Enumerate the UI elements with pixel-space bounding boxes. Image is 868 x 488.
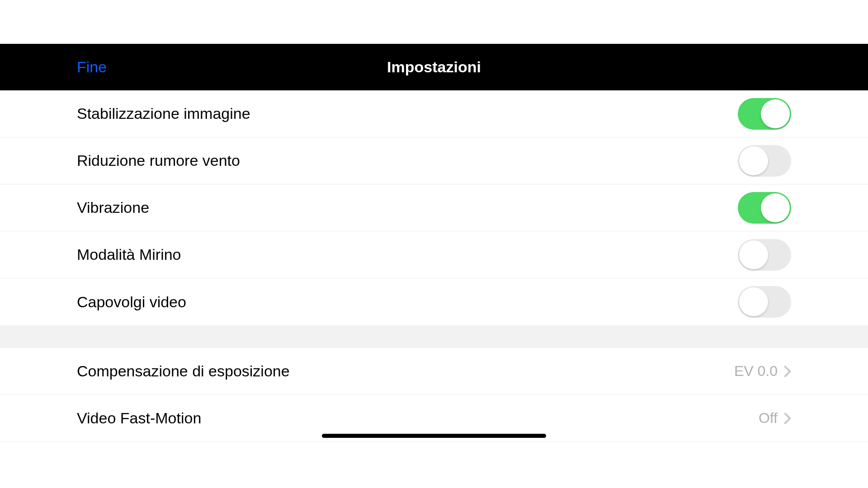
setting-label: Video Fast-Motion (77, 409, 201, 427)
value-settings-group: Compensazione di esposizione EV 0.0 Vide… (0, 348, 868, 442)
setting-label: Capovolgi video (77, 293, 186, 311)
toggle-flip-video[interactable] (738, 286, 791, 318)
setting-vibration: Vibrazione (0, 184, 868, 231)
setting-value-container: Off (759, 410, 791, 427)
toggle-wind-noise-reduction[interactable] (738, 145, 791, 177)
toggle-viewfinder-mode[interactable] (738, 239, 791, 271)
toggle-knob (739, 287, 768, 316)
toggle-knob (761, 193, 790, 222)
section-divider (0, 325, 868, 348)
home-indicator[interactable] (322, 434, 546, 438)
setting-label: Modalità Mirino (77, 246, 181, 263)
setting-flip-video: Capovolgi video (0, 278, 868, 325)
toggle-image-stabilization[interactable] (738, 98, 791, 130)
setting-image-stabilization: Stabilizzazione immagine (0, 90, 868, 137)
toggle-vibration[interactable] (738, 192, 791, 224)
setting-label: Stabilizzazione immagine (77, 105, 250, 122)
header-bar: Fine Impostazioni (0, 44, 868, 90)
chevron-right-icon (784, 412, 791, 425)
done-button[interactable]: Fine (77, 58, 107, 76)
setting-wind-noise-reduction: Riduzione rumore vento (0, 137, 868, 184)
setting-exposure-compensation[interactable]: Compensazione di esposizione EV 0.0 (0, 348, 868, 395)
setting-value: EV 0.0 (734, 363, 778, 380)
setting-label: Compensazione di esposizione (77, 362, 290, 380)
top-whitespace (0, 0, 868, 44)
setting-viewfinder-mode: Modalità Mirino (0, 231, 868, 278)
setting-value-container: EV 0.0 (734, 363, 791, 380)
setting-label: Vibrazione (77, 199, 149, 216)
toggle-knob (761, 99, 790, 128)
toggle-knob (739, 146, 768, 175)
page-title: Impostazioni (387, 58, 481, 76)
setting-label: Riduzione rumore vento (77, 152, 240, 169)
toggle-settings-group: Stabilizzazione immagine Riduzione rumor… (0, 90, 868, 325)
chevron-right-icon (784, 365, 791, 378)
settings-screen: Fine Impostazioni Stabilizzazione immagi… (0, 0, 868, 488)
settings-content: Stabilizzazione immagine Riduzione rumor… (0, 90, 868, 442)
toggle-knob (739, 240, 768, 269)
setting-value: Off (759, 410, 778, 427)
